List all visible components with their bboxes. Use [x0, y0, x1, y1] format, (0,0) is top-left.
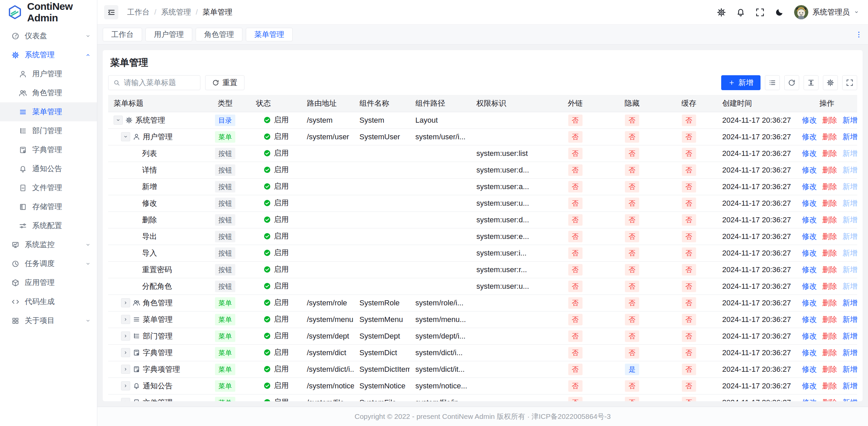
breadcrumb-item[interactable]: 系统管理: [161, 7, 191, 17]
edit-link[interactable]: 修改: [802, 348, 817, 358]
sidebar-item-system-config[interactable]: 系统配置: [0, 216, 97, 235]
expand-expand-button[interactable]: [121, 331, 130, 341]
add-link: 新增: [843, 182, 857, 192]
expand-expand-button[interactable]: [121, 348, 130, 357]
fullscreen-button[interactable]: [755, 8, 765, 17]
cube-icon: [12, 279, 19, 287]
edit-link[interactable]: 修改: [802, 248, 817, 258]
edit-link[interactable]: 修改: [802, 381, 817, 391]
expand-expand-button[interactable]: [121, 365, 130, 374]
delete-link[interactable]: 删除: [822, 115, 837, 125]
refresh-button[interactable]: [784, 75, 799, 90]
sidebar-item-storage-management[interactable]: 存储管理: [0, 197, 97, 216]
delete-link[interactable]: 删除: [822, 198, 837, 208]
sidebar-item-about-project[interactable]: 关于项目: [0, 311, 97, 330]
tab-more-icon[interactable]: [855, 31, 863, 38]
user-menu[interactable]: 系统管理员: [794, 5, 859, 19]
status-text: 启用: [274, 314, 289, 324]
tab-1[interactable]: 工作台: [103, 28, 142, 41]
table-fullscreen-button[interactable]: [842, 75, 857, 90]
operations-cell: 修改删除新增: [796, 245, 857, 261]
sidebar-item-file-management[interactable]: 文件管理: [0, 178, 97, 197]
expand-collapse-button[interactable]: [121, 132, 130, 141]
sidebar-item-task-schedule[interactable]: 任务调度: [0, 254, 97, 273]
delete-link[interactable]: 删除: [822, 281, 837, 291]
edit-link[interactable]: 修改: [802, 198, 817, 208]
component-path-cell: system/dict/i...: [410, 344, 471, 361]
theme-toggle-button[interactable]: [775, 8, 784, 17]
add-button[interactable]: 新增: [721, 75, 761, 90]
add-link[interactable]: 新增: [843, 315, 857, 325]
delete-link[interactable]: 删除: [822, 182, 837, 192]
edit-link[interactable]: 修改: [802, 315, 817, 325]
settings-button[interactable]: [717, 8, 726, 17]
delete-link[interactable]: 删除: [822, 348, 837, 358]
expand-expand-button[interactable]: [121, 398, 130, 401]
add-link[interactable]: 新增: [843, 348, 857, 358]
delete-link[interactable]: 删除: [822, 248, 837, 258]
add-link[interactable]: 新增: [843, 364, 857, 374]
edit-link[interactable]: 修改: [802, 215, 817, 225]
delete-link[interactable]: 删除: [822, 215, 837, 225]
sidebar-item-role-management[interactable]: 角色管理: [0, 83, 97, 102]
sidebar-item-code-generation[interactable]: 代码生成: [0, 292, 97, 311]
delete-link[interactable]: 删除: [822, 315, 837, 325]
sidebar-item-system-management[interactable]: 系统管理: [0, 45, 97, 64]
sidebar-item-system-monitor[interactable]: 系统监控: [0, 235, 97, 254]
notifications-button[interactable]: [736, 8, 745, 17]
add-link[interactable]: 新增: [843, 398, 857, 402]
add-link[interactable]: 新增: [843, 132, 857, 142]
sidebar-item-user-management[interactable]: 用户管理: [0, 64, 97, 83]
edit-link[interactable]: 修改: [802, 398, 817, 402]
sidebar-item-dict-management[interactable]: 字典管理: [0, 140, 97, 159]
sidebar-item-dashboard[interactable]: 仪表盘: [0, 26, 97, 45]
expand-collapse-button[interactable]: [114, 116, 123, 125]
sidebar-item-app-management[interactable]: 应用管理: [0, 273, 97, 292]
external-tag: 否: [568, 314, 583, 325]
sidebar-collapse-button[interactable]: [104, 5, 118, 19]
tab-4[interactable]: 菜单管理: [246, 28, 293, 41]
external-tag: 否: [568, 214, 583, 226]
edit-link[interactable]: 修改: [802, 231, 817, 242]
delete-link[interactable]: 删除: [822, 364, 837, 374]
search-input[interactable]: [124, 78, 195, 87]
edit-link[interactable]: 修改: [802, 148, 817, 159]
edit-link[interactable]: 修改: [802, 265, 817, 275]
delete-link[interactable]: 删除: [822, 265, 837, 275]
delete-link[interactable]: 删除: [822, 331, 837, 341]
edit-link[interactable]: 修改: [802, 331, 817, 341]
delete-link[interactable]: 删除: [822, 231, 837, 242]
add-link[interactable]: 新增: [843, 115, 857, 125]
list-view-button[interactable]: [765, 75, 780, 90]
line-height-button[interactable]: [804, 75, 818, 90]
sidebar-item-dept-management[interactable]: 部门管理: [0, 121, 97, 140]
delete-link[interactable]: 删除: [822, 381, 837, 391]
delete-link[interactable]: 删除: [822, 165, 837, 175]
delete-link[interactable]: 删除: [822, 132, 837, 142]
reset-button[interactable]: 重置: [205, 75, 244, 90]
tab-2[interactable]: 用户管理: [145, 28, 192, 41]
breadcrumb-item[interactable]: 工作台: [127, 7, 150, 17]
sidebar-item-notice[interactable]: 通知公告: [0, 159, 97, 178]
edit-link[interactable]: 修改: [802, 115, 817, 125]
type-tag: 按钮: [215, 148, 235, 159]
breadcrumb-item[interactable]: 菜单管理: [202, 7, 232, 17]
add-link[interactable]: 新增: [843, 381, 857, 391]
expand-expand-button[interactable]: [121, 381, 130, 390]
expand-expand-button[interactable]: [121, 315, 130, 324]
column-settings-button[interactable]: [823, 75, 838, 90]
delete-link[interactable]: 删除: [822, 298, 837, 308]
edit-link[interactable]: 修改: [802, 364, 817, 374]
sidebar-item-menu-management[interactable]: 菜单管理: [0, 102, 97, 121]
add-link[interactable]: 新增: [843, 331, 857, 341]
expand-expand-button[interactable]: [121, 298, 130, 307]
edit-link[interactable]: 修改: [802, 298, 817, 308]
edit-link[interactable]: 修改: [802, 281, 817, 291]
tab-3[interactable]: 角色管理: [196, 28, 242, 41]
add-link[interactable]: 新增: [843, 298, 857, 308]
edit-link[interactable]: 修改: [802, 132, 817, 142]
delete-link[interactable]: 删除: [822, 148, 837, 159]
delete-link[interactable]: 删除: [822, 398, 837, 402]
edit-link[interactable]: 修改: [802, 165, 817, 175]
edit-link[interactable]: 修改: [802, 182, 817, 192]
